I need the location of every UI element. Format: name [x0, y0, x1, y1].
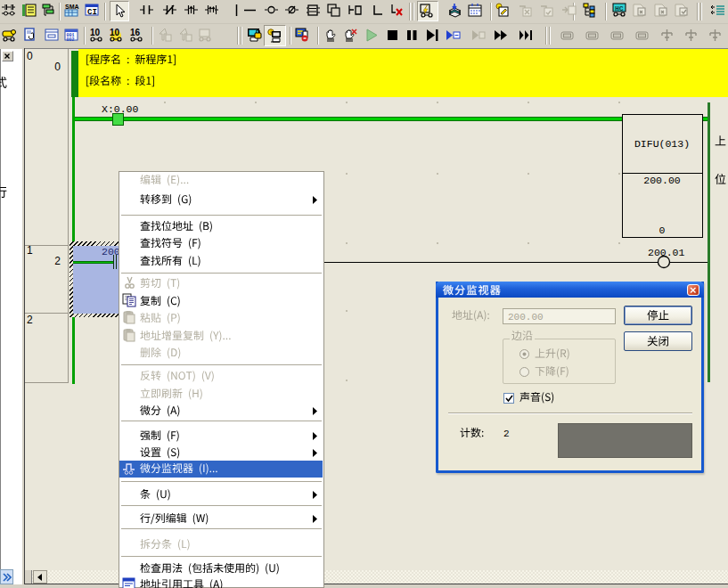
- svg-text:10: 10: [90, 28, 101, 37]
- svg-text:16: 16: [130, 28, 141, 37]
- svg-text:002: 002: [67, 37, 75, 43]
- svg-text:10: 10: [110, 28, 120, 37]
- svg-text:HC: HC: [615, 4, 624, 12]
- svg-text:SMA: SMA: [65, 4, 79, 10]
- svg-text:CI: CI: [87, 8, 97, 17]
